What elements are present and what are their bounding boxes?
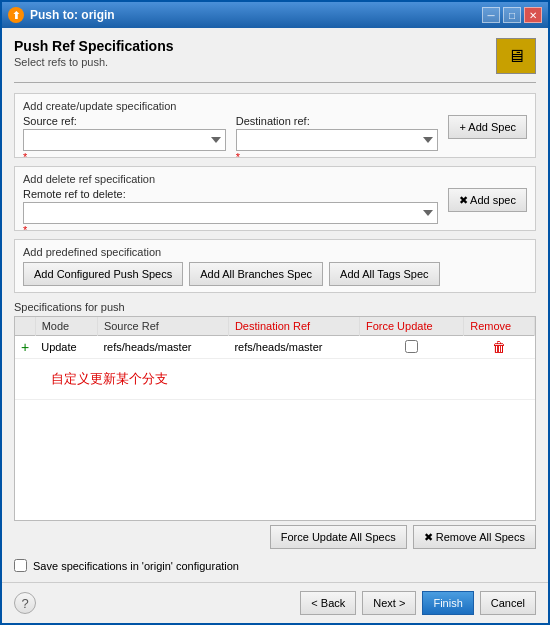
add-branches-button[interactable]: Add All Branches Spec <box>189 262 323 286</box>
help-button[interactable]: ? <box>14 592 36 614</box>
delete-ref-label: Add delete ref specification <box>23 173 527 185</box>
remote-ref-group: Remote ref to delete: <box>23 188 438 224</box>
predef-buttons-row: Add Configured Push Specs Add All Branch… <box>23 262 527 286</box>
minimize-button[interactable]: ─ <box>482 7 500 23</box>
watermark-row: 自定义更新某个分支 <box>15 359 535 400</box>
finish-button[interactable]: Finish <box>422 591 473 615</box>
remote-ref-wrapper <box>23 202 438 224</box>
source-ref-select[interactable] <box>23 129 226 151</box>
col-dest: Destination Ref <box>228 317 359 336</box>
specs-tbody: + Update refs/heads/master refs/heads/ma… <box>15 336 535 400</box>
remote-ref-label: Remote ref to delete: <box>23 188 438 200</box>
col-mode-label: Mode <box>35 317 97 336</box>
title-bar: ⬆ Push to: origin ─ □ ✕ <box>2 2 548 28</box>
dest-ref-group: Destination ref: <box>236 115 439 151</box>
col-force: Force Update <box>359 317 463 336</box>
page-title: Push Ref Specifications <box>14 38 173 54</box>
dest-ref-select[interactable] <box>236 129 439 151</box>
back-button[interactable]: < Back <box>300 591 356 615</box>
table-header-row: Mode Source Ref Destination Ref Force Up… <box>15 317 535 336</box>
save-config-checkbox[interactable] <box>14 559 27 572</box>
row-source-cell: refs/heads/master <box>97 336 228 359</box>
col-remove: Remove <box>464 317 535 336</box>
next-button[interactable]: Next > <box>362 591 416 615</box>
save-check-row: Save specifications in 'origin' configur… <box>14 559 536 572</box>
add-spec-button[interactable]: + Add Spec <box>448 115 527 139</box>
force-update-all-button[interactable]: Force Update All Specs <box>270 525 407 549</box>
predef-label: Add predefined specification <box>23 246 527 258</box>
add-tags-button[interactable]: Add All Tags Spec <box>329 262 439 286</box>
row-add-cell: + <box>15 336 35 359</box>
row-dest-cell: refs/heads/master <box>228 336 359 359</box>
remove-row-icon[interactable]: 🗑 <box>492 339 506 355</box>
remote-ref-select[interactable] <box>23 202 438 224</box>
col-source: Source Ref <box>97 317 228 336</box>
row-remove-cell: 🗑 <box>464 336 535 359</box>
add-spec-delete-button[interactable]: ✖ Add spec <box>448 188 527 212</box>
col-mode <box>15 317 35 336</box>
create-update-label: Add create/update specification <box>23 100 527 112</box>
content-area: Push Ref Specifications Select refs to p… <box>2 28 548 582</box>
specs-section: Specifications for push Mode Source Ref … <box>14 301 536 549</box>
close-button[interactable]: ✕ <box>524 7 542 23</box>
table-row: + Update refs/heads/master refs/heads/ma… <box>15 336 535 359</box>
main-window: ⬆ Push to: origin ─ □ ✕ Push Ref Specifi… <box>0 0 550 625</box>
add-configured-button[interactable]: Add Configured Push Specs <box>23 262 183 286</box>
cancel-button[interactable]: Cancel <box>480 591 536 615</box>
delete-ref-section: Add delete ref specification Remote ref … <box>14 166 536 231</box>
row-mode-cell: Update <box>35 336 97 359</box>
title-bar-buttons: ─ □ ✕ <box>482 7 542 23</box>
save-config-label: Save specifications in 'origin' configur… <box>33 560 239 572</box>
header-text: Push Ref Specifications Select refs to p… <box>14 38 173 68</box>
specs-table-container: Mode Source Ref Destination Ref Force Up… <box>14 316 536 521</box>
dest-ref-wrapper <box>236 129 439 151</box>
dest-ref-label: Destination ref: <box>236 115 439 127</box>
specs-label: Specifications for push <box>14 301 536 313</box>
remove-all-specs-button[interactable]: ✖ Remove All Specs <box>413 525 536 549</box>
header-icon: 🖥 <box>496 38 536 74</box>
footer-buttons: < Back Next > Finish Cancel <box>300 591 536 615</box>
create-update-section: Add create/update specification Source r… <box>14 93 536 158</box>
create-update-fields: Source ref: Destination ref: <box>23 115 527 151</box>
spec-actions-row: Force Update All Specs ✖ Remove All Spec… <box>14 525 536 549</box>
predef-section: Add predefined specification Add Configu… <box>14 239 536 293</box>
row-force-cell <box>359 336 463 359</box>
footer: ? < Back Next > Finish Cancel <box>2 582 548 623</box>
watermark-text: 自定义更新某个分支 <box>21 362 529 396</box>
source-ref-wrapper <box>23 129 226 151</box>
specs-table: Mode Source Ref Destination Ref Force Up… <box>15 317 535 400</box>
source-ref-group: Source ref: <box>23 115 226 151</box>
row-add-icon[interactable]: + <box>21 339 29 355</box>
delete-ref-fields: Remote ref to delete: ✖ Add spec <box>23 188 527 224</box>
window-title: Push to: origin <box>30 8 482 22</box>
window-icon: ⬆ <box>8 7 24 23</box>
page-subtitle: Select refs to push. <box>14 56 173 68</box>
force-update-checkbox[interactable] <box>405 340 418 353</box>
header-section: Push Ref Specifications Select refs to p… <box>14 38 536 83</box>
source-ref-label: Source ref: <box>23 115 226 127</box>
maximize-button[interactable]: □ <box>503 7 521 23</box>
